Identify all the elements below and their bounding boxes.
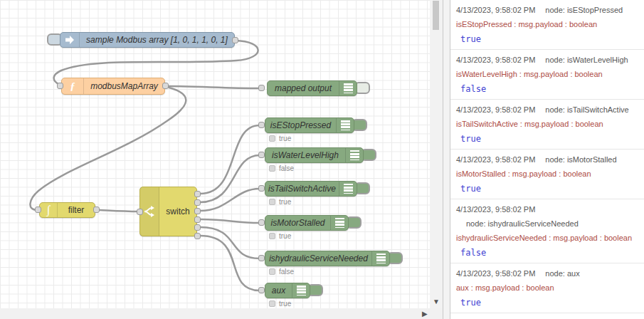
debug-message: 4/13/2023, 9:58:02 PMnode: isWaterLevelH… (450, 50, 644, 100)
port-in[interactable] (258, 255, 265, 261)
debug-list-icon (339, 182, 357, 196)
debug-node-isWaterLevelHigh[interactable]: isWaterLevelHigh (265, 147, 364, 163)
status-dot (269, 135, 275, 142)
debug-value: false (460, 81, 638, 97)
port-out[interactable] (194, 199, 201, 206)
wire[interactable] (200, 236, 260, 291)
debug-timestamp: 4/13/2023, 9:58:02 PM (456, 105, 535, 114)
debug-message: 4/13/2023, 9:58:02 PMnode: ishydraulicSe… (450, 199, 644, 263)
port-in[interactable] (258, 185, 265, 192)
port-in[interactable] (137, 209, 143, 215)
node-status: true (269, 300, 291, 308)
wire[interactable] (167, 86, 260, 88)
status-label: false (279, 164, 294, 172)
node-label: isTailSwitchActive (265, 182, 339, 196)
port-out[interactable] (162, 83, 169, 89)
debug-node-isTailSwitchActive[interactable]: isTailSwitchActive (265, 181, 357, 197)
node-status: true (269, 232, 291, 240)
port-out[interactable] (93, 206, 100, 213)
status-dot (269, 300, 275, 307)
debug-list-icon (336, 118, 354, 132)
port-out[interactable] (194, 216, 201, 223)
node-label: filter (58, 203, 95, 217)
node-label: ishydraulicServiceNeeded (265, 251, 371, 266)
panel-resize-handle[interactable] (443, 0, 450, 319)
debug-property-path: isEStopPressed : msg.payload : boolean (456, 17, 638, 31)
port-in[interactable] (258, 152, 265, 158)
debug-node-mapped-output[interactable]: mapped output (267, 80, 357, 96)
node-label: isEStopPressed (265, 118, 336, 132)
debug-value: true (460, 295, 638, 310)
vertical-scrollbar[interactable]: ▼ (430, 0, 443, 308)
debug-node-ref: node: isMotorStalled (545, 152, 616, 167)
status-label: true (279, 232, 291, 240)
debug-list-icon (330, 216, 348, 230)
debug-timestamp: 4/13/2023, 9:58:02 PM (456, 56, 535, 64)
filter-icon: ∫ (40, 203, 58, 217)
port-out[interactable] (194, 224, 201, 231)
port-in[interactable] (258, 122, 265, 128)
node-red-editor: sample Modbus array [1, 0, 1, 1, 0, 1] ƒ… (0, 0, 644, 319)
debug-list-icon (292, 283, 310, 298)
debug-message: 4/13/2023, 9:58:02 PMnode: isTailSwitchA… (450, 100, 644, 150)
node-status: true (269, 135, 291, 142)
port-out[interactable] (194, 233, 201, 239)
debug-list-icon (345, 148, 363, 162)
status-label: false (279, 268, 294, 276)
port-out[interactable] (232, 37, 238, 43)
switch-node[interactable]: switch (139, 187, 197, 236)
scrollbar-thumb[interactable] (433, 1, 439, 30)
node-label: aux (265, 283, 292, 298)
wire[interactable] (100, 210, 138, 211)
debug-property-path: aux : msg.payload : boolean (456, 281, 638, 295)
debug-property-path: isWaterLevelHigh : msg.payload : boolean (456, 67, 638, 81)
debug-node-ishydraulicServiceNeeded[interactable]: ishydraulicServiceNeeded (265, 251, 390, 266)
port-in[interactable] (35, 206, 41, 213)
scroll-down-arrow-icon[interactable]: ▼ (433, 298, 440, 305)
debug-message: 4/13/2023, 9:58:02 PMnode: isEStopPresse… (450, 0, 644, 50)
debug-sidebar[interactable]: 4/13/2023, 9:58:02 PMnode: isEStopPresse… (450, 0, 644, 319)
debug-node-ref: node: ishydraulicServiceNeeded (466, 216, 579, 231)
inject-node[interactable]: sample Modbus array [1, 0, 1, 1, 0, 1] (60, 32, 235, 48)
horizontal-scrollbar[interactable]: ▶ (0, 308, 443, 319)
status-dot (269, 233, 275, 239)
debug-node-isMotorStalled[interactable]: isMotorStalled (265, 215, 349, 231)
filter-node[interactable]: ∫ filter (39, 202, 95, 218)
debug-value: false (460, 245, 638, 261)
debug-node-ref: node: isEStopPressed (545, 3, 623, 17)
debug-list-icon (339, 81, 357, 95)
port-in[interactable] (258, 219, 265, 226)
debug-timestamp: 4/13/2023, 9:58:02 PM (456, 155, 535, 164)
port-in[interactable] (258, 85, 265, 91)
debug-list-icon (371, 251, 389, 266)
port-in[interactable] (57, 83, 63, 89)
debug-value: true (460, 31, 638, 47)
debug-property-path: ishydraulicServiceNeeded : msg.payload :… (456, 231, 638, 245)
debug-node-aux[interactable]: aux (265, 283, 310, 298)
status-dot (269, 268, 275, 275)
port-in[interactable] (258, 287, 265, 293)
wire[interactable] (200, 219, 260, 223)
debug-node-ref: node: aux (545, 266, 579, 281)
node-label: switch (159, 187, 196, 236)
node-label: modbusMapArray (84, 78, 164, 94)
debug-value: true (460, 131, 638, 147)
node-status: false (269, 268, 294, 276)
debug-timestamp: 4/13/2023, 9:58:02 PM (456, 205, 535, 214)
flow-canvas[interactable]: sample Modbus array [1, 0, 1, 1, 0, 1] ƒ… (0, 0, 430, 308)
debug-node-isEStopPressed[interactable]: isEStopPressed (265, 117, 354, 133)
scroll-right-arrow-icon[interactable]: ▶ (422, 310, 428, 318)
debug-message: 4/13/2023, 9:58:02 PMnode: aux aux : msg… (450, 263, 644, 313)
status-label: true (279, 300, 291, 308)
node-label: mapped output (268, 81, 339, 95)
debug-property-path: isMotorStalled : msg.payload : boolean (456, 167, 638, 181)
status-dot (269, 199, 275, 205)
debug-timestamp: 4/13/2023, 9:58:02 PM (456, 269, 535, 278)
function-node[interactable]: ƒ modbusMapArray (61, 78, 165, 95)
wire[interactable] (200, 155, 260, 202)
status-label: true (279, 135, 291, 142)
inject-arrow-icon (60, 33, 80, 47)
debug-value: true (460, 181, 638, 197)
port-out[interactable] (194, 208, 201, 214)
port-out[interactable] (194, 191, 201, 197)
